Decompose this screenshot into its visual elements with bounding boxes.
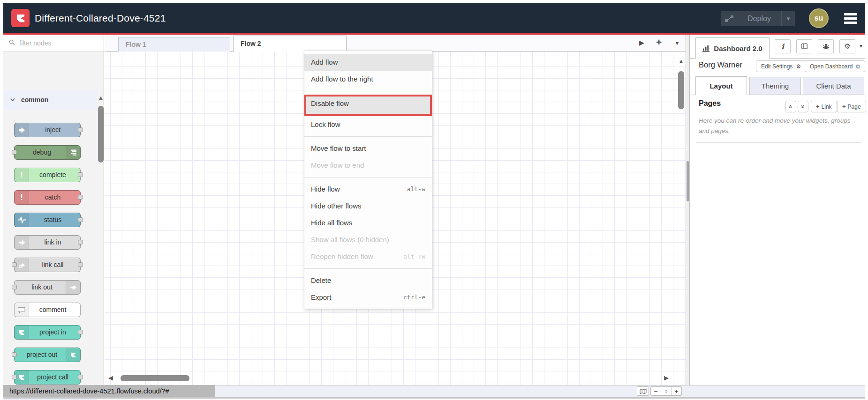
tab-client-data[interactable]: Client Data xyxy=(803,77,864,95)
input-port[interactable] xyxy=(12,375,17,379)
add-link-button[interactable]: + Link xyxy=(811,101,837,112)
debug-tab-button[interactable] xyxy=(818,39,834,53)
deploy-button[interactable]: Deploy ▾ xyxy=(721,11,795,26)
bug-icon xyxy=(823,43,830,50)
menu-item-move-flow-start[interactable]: Move flow to start xyxy=(304,140,432,157)
output-port[interactable] xyxy=(78,240,83,244)
exclamation-icon: ! xyxy=(15,191,29,204)
palette-node-inject[interactable]: inject xyxy=(14,123,81,137)
palette-node-complete[interactable]: ! complete xyxy=(14,168,81,182)
instance-title: Different-Collared-Dove-4521 xyxy=(35,3,166,33)
zoom-in-button[interactable]: + xyxy=(671,387,681,395)
menu-item-add-flow-right[interactable]: Add flow to the right xyxy=(304,71,432,88)
menu-item-hide-flow[interactable]: Hide flowalt-w xyxy=(304,181,432,198)
palette-node-link-in[interactable]: link in xyxy=(14,235,81,250)
add-flow-icon[interactable]: + xyxy=(656,37,662,48)
project-logo-icon xyxy=(66,348,80,362)
help-tab-button[interactable] xyxy=(796,39,812,53)
palette-node-catch[interactable]: ! catch xyxy=(14,190,81,205)
open-dashboard-button[interactable]: Open Dashboard ⧉ xyxy=(805,60,865,72)
output-port[interactable] xyxy=(78,330,83,334)
tab-theming[interactable]: Theming xyxy=(749,77,801,95)
output-port[interactable] xyxy=(78,127,83,132)
output-port[interactable] xyxy=(78,217,83,222)
palette-node-link-out[interactable]: link out xyxy=(14,280,81,295)
input-port[interactable] xyxy=(12,150,17,155)
palette-scroll-up-icon[interactable]: ▲ xyxy=(98,94,104,101)
pulse-icon xyxy=(15,213,29,227)
menu-item-reopen-hidden-flow: Reopen hidden flowalt-⇧w xyxy=(304,248,432,265)
palette-node-label: catch xyxy=(29,191,77,204)
output-port[interactable] xyxy=(78,195,83,200)
canvas-scroll-left-icon[interactable]: ◀ xyxy=(108,375,113,381)
menu-item-lock-flow[interactable]: Lock flow xyxy=(304,116,432,133)
sidebar-resize-grip[interactable] xyxy=(687,161,689,201)
collapse-all-button[interactable]: « xyxy=(785,101,796,112)
sidebar-tabs-caret-icon[interactable]: ▾ xyxy=(860,43,862,49)
menu-item-add-flow[interactable]: Add flow xyxy=(304,54,432,71)
add-page-button[interactable]: + Page xyxy=(837,101,866,112)
config-nodes-tab-button[interactable]: ⚙ xyxy=(839,39,855,53)
menu-separator xyxy=(304,268,432,269)
plus-icon: + xyxy=(842,103,846,110)
palette-node-label: debug xyxy=(18,146,66,159)
app-header: Different-Collared-Dove-4521 Deploy ▾ su xyxy=(3,3,865,33)
menu-item-delete[interactable]: Delete xyxy=(304,272,432,289)
canvas-vertical-scrollbar[interactable] xyxy=(678,71,684,109)
tab-flow-2[interactable]: Flow 2 xyxy=(233,36,347,52)
palette-node-project-call[interactable]: project call xyxy=(14,370,81,385)
menu-item-move-flow-end: Move flow to end xyxy=(304,157,432,174)
flowfuse-logo-icon xyxy=(11,9,30,27)
edit-settings-button[interactable]: Edit Settings ⚙ xyxy=(756,60,806,72)
output-port[interactable] xyxy=(78,262,83,267)
input-port[interactable] xyxy=(12,262,17,267)
link-arrow-icon xyxy=(66,281,80,294)
palette-scrollbar[interactable] xyxy=(98,106,104,163)
navigator-toggle-button[interactable] xyxy=(637,386,649,396)
palette-node-debug[interactable]: debug xyxy=(14,145,81,160)
palette-node-project-in[interactable]: project in xyxy=(14,325,81,340)
canvas-scroll-right-icon[interactable]: ▶ xyxy=(664,375,669,381)
palette-category-common[interactable]: common xyxy=(4,90,97,110)
zoom-reset-button[interactable]: ○ xyxy=(661,387,671,395)
flow-list-caret-icon[interactable]: ▼ xyxy=(674,40,680,46)
palette-search xyxy=(3,35,104,52)
palette-node-status[interactable]: status xyxy=(14,213,81,227)
menu-item-disable-flow[interactable]: Disable flow xyxy=(304,95,432,116)
info-tab-button[interactable]: i xyxy=(775,39,791,53)
canvas-horizontal-scrollbar[interactable] xyxy=(121,375,189,381)
palette-node-comment[interactable]: comment xyxy=(14,303,81,317)
deploy-caret-icon[interactable]: ▾ xyxy=(782,15,795,22)
input-port[interactable] xyxy=(12,352,17,357)
chevron-down-icon xyxy=(10,98,15,102)
link-arrow-icon xyxy=(15,236,29,249)
palette-node-label: inject xyxy=(29,123,77,137)
menu-item-hide-other-flows[interactable]: Hide other flows xyxy=(304,198,432,215)
input-port[interactable] xyxy=(12,285,17,289)
output-port[interactable] xyxy=(78,375,83,379)
menu-item-hide-all-flows[interactable]: Hide all flows xyxy=(304,215,432,231)
palette-node-link-call[interactable]: link call xyxy=(14,258,81,272)
main-menu-icon[interactable] xyxy=(844,13,857,26)
palette-node-label: project call xyxy=(29,370,77,384)
sidebar-separator[interactable] xyxy=(686,35,690,385)
canvas-scroll-up-icon[interactable]: ▲ xyxy=(678,58,684,64)
menu-separator xyxy=(304,177,432,178)
sidebar-tab-dashboard[interactable]: Dashboard 2.0 xyxy=(695,37,770,59)
output-port[interactable] xyxy=(78,172,83,177)
external-link-icon: ⧉ xyxy=(856,63,860,70)
tab-flow-1[interactable]: Flow 1 xyxy=(118,37,230,52)
expand-all-button[interactable]: » xyxy=(798,101,808,112)
filter-nodes-input[interactable] xyxy=(18,39,95,47)
tab-search-arrow-icon[interactable]: ▶ xyxy=(639,39,644,46)
link-status-tooltip: https://different-collared-dove-4521.flo… xyxy=(3,385,215,397)
zoom-out-button[interactable]: − xyxy=(651,387,661,395)
user-avatar[interactable]: su xyxy=(809,8,829,28)
palette-node-label: project in xyxy=(29,326,77,339)
sidebar-tab-label: Dashboard 2.0 xyxy=(714,44,762,52)
tab-layout[interactable]: Layout xyxy=(695,76,747,95)
menu-item-export[interactable]: Exportctrl-e xyxy=(304,289,432,306)
gear-icon: ⚙ xyxy=(844,42,850,51)
chevrons-up-icon: « xyxy=(787,105,794,108)
palette-node-project-out[interactable]: project out xyxy=(14,348,81,362)
